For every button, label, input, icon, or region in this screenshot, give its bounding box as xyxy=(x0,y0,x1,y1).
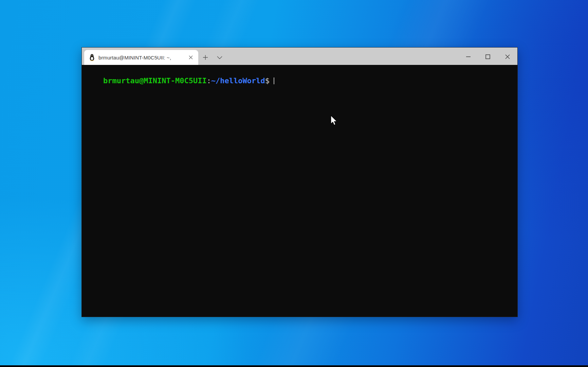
tab-close-button[interactable] xyxy=(186,53,196,62)
close-icon xyxy=(189,55,193,59)
chevron-down-icon xyxy=(217,56,222,59)
terminal-cursor xyxy=(274,77,274,84)
maximize-button[interactable] xyxy=(478,48,498,65)
desktop: { "desktop": { "wallpaper": "windows-10-… xyxy=(0,0,588,367)
linux-tux-icon xyxy=(89,54,95,61)
minimize-icon xyxy=(466,56,471,57)
prompt-separator: : xyxy=(207,76,211,85)
maximize-icon xyxy=(485,54,490,59)
prompt-line: brmurtau@MININT-M0C5UII:~/helloWorld$ xyxy=(103,76,274,85)
close-window-button[interactable] xyxy=(498,48,517,65)
tab-title: brmurtau@MININT-M0C5UII: ~, xyxy=(98,55,183,60)
tab-active[interactable]: brmurtau@MININT-M0C5UII: ~, xyxy=(84,50,198,65)
tab-dropdown-button[interactable] xyxy=(213,50,227,65)
tab-bar: brmurtau@MININT-M0C5UII: ~, xyxy=(82,48,517,65)
minimize-button[interactable] xyxy=(458,48,478,65)
prompt-symbol: $ xyxy=(265,76,270,85)
terminal-window: brmurtau@MININT-M0C5UII: ~, xyxy=(81,47,518,317)
plus-icon xyxy=(203,55,208,60)
screen-bottom-strip xyxy=(0,365,588,367)
prompt-user-host: brmurtau@MININT-M0C5UII xyxy=(103,76,207,85)
close-icon xyxy=(505,54,510,59)
terminal-content[interactable]: brmurtau@MININT-M0C5UII:~/helloWorld$ xyxy=(82,65,517,317)
prompt-path: ~/helloWorld xyxy=(211,76,265,85)
new-tab-button[interactable] xyxy=(198,50,213,65)
